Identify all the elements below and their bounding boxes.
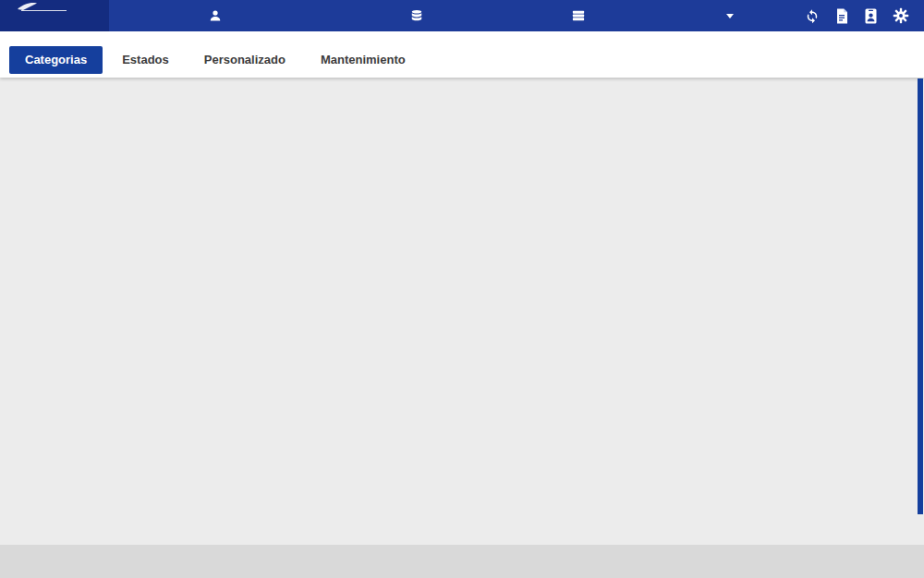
tab-bar: CategoriasEstadosPersonalizadoMantenimie… bbox=[0, 31, 924, 78]
main-content bbox=[0, 78, 924, 545]
tab-categorias[interactable]: Categorias bbox=[9, 46, 103, 74]
app-logo[interactable] bbox=[0, 0, 109, 31]
tab-mantenimiento[interactable]: Mantenimiento bbox=[305, 46, 421, 74]
header-actions bbox=[803, 7, 924, 25]
refresh-icon[interactable] bbox=[803, 7, 821, 25]
server-name bbox=[410, 9, 429, 22]
report-icon[interactable] bbox=[833, 7, 850, 25]
vertical-scrollbar[interactable] bbox=[918, 78, 923, 514]
tab-estados[interactable]: Estados bbox=[106, 46, 185, 74]
cpu-count bbox=[572, 9, 590, 22]
current-user[interactable] bbox=[209, 9, 227, 22]
id-badge-icon[interactable] bbox=[862, 7, 880, 25]
user-icon bbox=[209, 9, 222, 22]
footer bbox=[0, 545, 924, 578]
settings-icon[interactable] bbox=[892, 7, 909, 25]
chevron-down-icon bbox=[726, 14, 734, 18]
language-selector[interactable] bbox=[719, 14, 734, 18]
server-rack-icon bbox=[572, 9, 585, 22]
header bbox=[0, 0, 924, 31]
database-icon bbox=[410, 9, 423, 22]
cards-grid bbox=[0, 78, 924, 88]
tab-personalizado[interactable]: Personalizado bbox=[188, 46, 301, 74]
signature-pen-icon bbox=[13, 2, 68, 12]
header-status-bar bbox=[109, 0, 803, 31]
